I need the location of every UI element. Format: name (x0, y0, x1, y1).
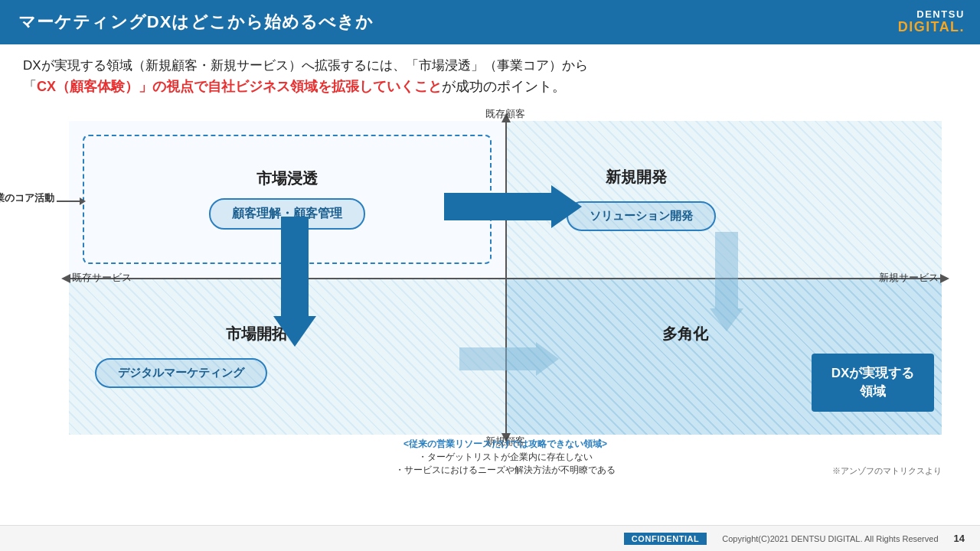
logo-digital: DIGITAL. (898, 20, 965, 35)
core-arrow-head (80, 197, 86, 205)
page-title: マーケティングDXはどこから始めるべきか (18, 11, 374, 34)
subtitle-plain1: 「 (23, 79, 37, 94)
header: マーケティングDXはどこから始めるべきか DENTSU DIGITAL. (0, 0, 980, 44)
br-title: 多角化 (662, 324, 708, 344)
light-arrow-down (710, 232, 743, 331)
core-arrow-line (57, 201, 80, 202)
core-label: 事業のコア活動 (0, 191, 54, 205)
footer-page: 14 (954, 533, 965, 544)
arrow-head-right (551, 185, 582, 228)
note-main: <従来の営業リソースだけでは攻略できない領域> (395, 438, 616, 451)
light-arrow-head-down (710, 308, 743, 331)
vertical-axis (505, 121, 507, 435)
footer: CONFIDENTIAL Copyright(C)2021 DENTSU DIG… (0, 525, 980, 551)
ansoff-note: ※アンゾフのマトリクスより (832, 465, 942, 477)
dx-box: DXが実現する領域 (812, 354, 934, 412)
axis-label-right: 新規サービス (879, 271, 939, 285)
subtitle-highlight: CX（顧客体験）」の視点で自社ビジネス領域を拡張していくこと (37, 79, 442, 94)
note-bullet1: ・ターゲットリストが企業内に存在しない (395, 451, 616, 464)
h-axis-arrow-left (61, 274, 70, 283)
diagram-area: 既存顧客 新規顧客 既存サービス 新規サービス 市場浸透 顧客理解・顧客管理 新… (23, 106, 957, 465)
light-arrow-body-right (459, 347, 536, 370)
note-bullet2: ・サービスにおけるニーズや解決方法が不明瞭である (395, 464, 616, 477)
subtitle-plain2: が成功のポイント。 (442, 79, 566, 94)
tr-title: 新規開発 (606, 167, 667, 187)
bl-inner-box: デジタルマーケティング (95, 358, 267, 388)
bottom-notes: <従来の営業リソースだけでは攻略できない領域> ・ターゲットリストが企業内に存在… (395, 438, 616, 477)
arrow-body-down (281, 217, 309, 316)
axis-label-top: 既存顧客 (485, 107, 525, 121)
grid: 既存顧客 新規顧客 既存サービス 新規サービス 市場浸透 顧客理解・顧客管理 新… (69, 121, 942, 435)
big-arrow-down (273, 217, 316, 347)
big-arrow-right (444, 185, 582, 228)
logo: DENTSU DIGITAL. (898, 9, 965, 35)
subtitle-area: DXが実現する領域（新規顧客・新規サービス）へ拡張するには、「市場浸透」（事業コ… (0, 44, 980, 103)
light-arrow-body-down (715, 232, 738, 308)
tr-inner-box: ソリューション開発 (567, 201, 716, 231)
logo-dentsu: DENTSU (916, 9, 965, 20)
light-arrow-head-right (536, 342, 559, 376)
subtitle-line2: 「CX（顧客体験）」の視点で自社ビジネス領域を拡張していくことが成功のポイント。 (23, 76, 957, 98)
h-axis-arrow-right (940, 274, 949, 283)
footer-confidential: CONFIDENTIAL (624, 533, 707, 545)
light-arrow-right (459, 342, 559, 376)
axis-label-left: 既存サービス (72, 271, 132, 285)
tl-title: 市場浸透 (256, 168, 318, 189)
core-arrow (57, 197, 86, 205)
footer-copyright: Copyright(C)2021 DENTSU DIGITAL. All Rig… (722, 534, 938, 543)
arrow-head-down (273, 316, 316, 347)
subtitle-line1: DXが実現する領域（新規顧客・新規サービス）へ拡張するには、「市場浸透」（事業コ… (23, 55, 957, 76)
arrow-body-right (444, 193, 551, 220)
